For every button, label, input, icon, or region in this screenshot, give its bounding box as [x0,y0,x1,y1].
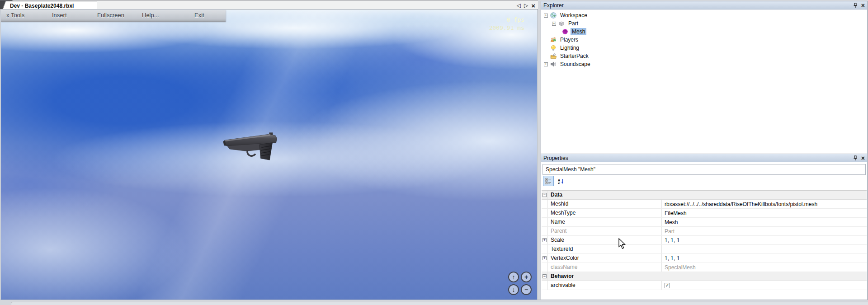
section-row-data[interactable]: − Data [542,191,867,200]
property-row-name[interactable]: Name Mesh [542,218,867,227]
property-name: VertexColor [548,254,662,263]
section-label: Behavior [548,272,867,281]
categorized-view-button[interactable] [543,176,554,186]
zoom-in-button[interactable]: + [521,272,532,282]
property-value[interactable]: FileMesh [662,209,867,217]
tree-item-workspace[interactable]: + Workspace [541,11,867,19]
tilt-up-button[interactable]: ↑ [508,272,519,282]
tree-item-part[interactable]: + Part [541,19,867,28]
menu-item-exit[interactable]: Exit [194,12,204,19]
menu-item-fullscreen[interactable]: Fullscreen [97,12,124,19]
tree-item-label: Players [559,36,580,43]
tab-scroll-right-icon[interactable]: ▷ [524,3,528,8]
fps-value: 0 fps [489,16,524,24]
tab-bar: Dev - Baseplate2048.rbxl ◁ ▷ × [0,0,538,10]
property-value[interactable]: 1, 1, 1 [662,254,867,263]
property-name: Parent [548,227,662,235]
tree-item-soundscape[interactable]: + Soundscape [541,60,867,68]
tab-controls: ◁ ▷ × [517,0,535,10]
expand-toggle-icon[interactable]: + [542,238,547,242]
fps-counter: 0 fps 2009.91 ms [489,16,524,32]
players-icon [550,37,557,43]
property-name: TextureId [548,245,662,253]
status-bar-inner [11,302,868,305]
tab-scroll-left-icon[interactable]: ◁ [517,3,521,8]
frame-time-value: 2009.91 ms [489,24,524,32]
properties-header: Properties × [541,154,867,162]
sort-alphabetical-button[interactable]: AZ [556,176,566,186]
tree-item-label: Workspace [559,12,589,19]
section-row-behavior[interactable]: − Behavior [542,272,867,281]
camera-controls: ↑ + ↓ − [508,272,532,295]
archivable-checkbox[interactable]: ✓ [665,283,670,288]
property-name: Scale [548,236,662,244]
tree-item-label: Part [567,20,580,27]
tree-item-label: StarterPack [559,52,590,60]
properties-toolbar: AZ [541,175,867,187]
soundscape-icon [550,61,557,67]
lighting-icon [550,45,557,51]
property-name: MeshType [548,209,662,217]
explorer-tree: + Workspace + Part Mesh Players [541,9,867,68]
close-icon[interactable]: × [861,155,865,161]
property-value[interactable]: rbxasset://../../../shareddata/RiseOfThe… [662,200,867,208]
properties-title: Properties [543,155,568,161]
property-row-textureid[interactable]: TextureId [542,245,867,254]
workspace-icon [550,12,557,19]
starterpack-icon [550,53,557,59]
tree-item-label: Soundscape [559,61,592,68]
expand-toggle-icon[interactable]: + [544,62,548,66]
status-bar [0,300,868,305]
menu-bar: x Tools Insert Fullscreen Help... Exit [1,10,226,22]
tree-item-starterpack[interactable]: StarterPack [541,52,867,60]
property-value[interactable]: Mesh [662,218,867,226]
property-row-scale[interactable]: + Scale 1, 1, 1 [542,236,867,245]
object-selector[interactable]: SpecialMesh "Mesh" [542,164,866,175]
document-tab-label: Dev - Baseplate2048.rbxl [7,1,97,9]
property-value: SpecialMesh [662,263,867,272]
pistol-mesh[interactable] [222,129,282,161]
tree-item-label: Mesh [571,28,586,35]
property-name: Name [548,218,662,226]
expand-toggle-icon[interactable]: + [552,22,556,26]
property-row-meshtype[interactable]: MeshType FileMesh [542,209,867,218]
properties-panel: Properties × SpecialMesh "Mesh" AZ − Dat… [541,154,868,300]
collapse-toggle-icon[interactable]: − [542,274,547,278]
property-value: Part [662,227,867,235]
menu-item-tools[interactable]: x Tools [6,12,24,19]
pin-icon[interactable] [853,155,858,161]
close-icon[interactable]: × [861,2,865,9]
collapse-toggle-icon[interactable]: − [542,193,547,197]
tree-item-mesh[interactable]: Mesh [541,28,867,36]
property-value[interactable] [662,245,867,253]
properties-grid: − Data MeshId rbxasset://../../../shared… [542,190,867,298]
3d-viewport[interactable]: x Tools Insert Fullscreen Help... Exit 0… [1,10,537,300]
explorer-panel: Explorer × + Workspace + Part [541,1,868,155]
property-row-classname[interactable]: className SpecialMesh [542,263,867,272]
tab-close-icon[interactable]: × [531,2,535,9]
tree-item-lighting[interactable]: Lighting [541,44,867,52]
tilt-down-button[interactable]: ↓ [508,284,519,295]
explorer-header: Explorer × [541,1,867,9]
part-icon [558,20,565,27]
pin-icon[interactable] [853,3,858,8]
zoom-out-button[interactable]: − [521,284,532,295]
property-name: MeshId [548,200,662,208]
svg-text:Z: Z [558,181,560,184]
menu-item-help[interactable]: Help... [142,12,159,19]
section-label: Data [548,191,867,199]
expand-toggle-icon[interactable]: + [542,256,547,260]
property-row-archivable[interactable]: archivable ✓ [542,281,867,290]
explorer-title: Explorer [543,2,564,9]
tree-item-players[interactable]: Players [541,36,867,44]
tree-item-label: Lighting [559,44,580,52]
menu-item-insert[interactable]: Insert [52,12,67,19]
property-name: archivable [548,281,662,290]
expand-toggle-icon[interactable]: + [544,14,548,18]
document-tab[interactable]: Dev - Baseplate2048.rbxl [7,1,97,11]
property-row-parent[interactable]: Parent Part [542,227,867,236]
property-row-meshid[interactable]: MeshId rbxasset://../../../shareddata/Ri… [542,200,867,209]
property-name: className [548,263,662,272]
property-row-vertexcolor[interactable]: + VertexColor 1, 1, 1 [542,254,867,263]
property-value[interactable]: 1, 1, 1 [662,236,867,244]
